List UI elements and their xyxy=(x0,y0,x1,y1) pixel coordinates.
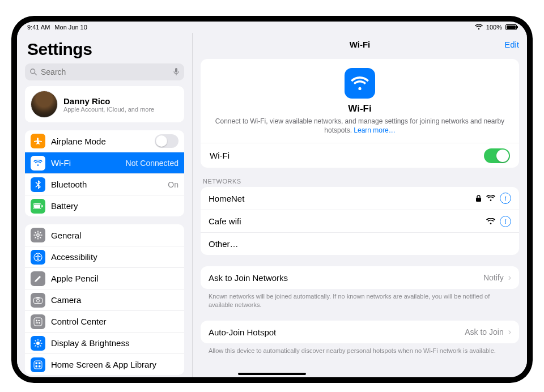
wifi-status-icon xyxy=(475,24,483,30)
svg-rect-5 xyxy=(42,205,43,207)
search-icon xyxy=(29,68,37,76)
network-name: Cafe wifi xyxy=(209,216,241,226)
mic-icon[interactable] xyxy=(173,67,180,76)
ask-join-row[interactable]: Ask to Join Networks Notify › xyxy=(201,266,519,289)
sidebar-item-label: Battery xyxy=(51,201,178,211)
nav-title: Wi-Fi xyxy=(350,40,371,49)
wifi-master-toggle[interactable] xyxy=(484,148,510,163)
info-button[interactable]: i xyxy=(500,193,511,204)
avatar xyxy=(31,91,58,118)
svg-line-26 xyxy=(35,345,36,346)
sidebar-item-accessibility[interactable]: Accessibility xyxy=(25,246,184,267)
profile-row[interactable]: Danny Rico Apple Account, iCloud, and mo… xyxy=(25,86,184,122)
sidebar-item-bluetooth[interactable]: Bluetooth On xyxy=(25,173,184,195)
sidebar-item-value: Not Connected xyxy=(126,159,178,168)
sidebar-item-label: Accessibility xyxy=(51,252,178,262)
accessibility-icon xyxy=(31,250,45,265)
ask-join-label: Ask to Join Networks xyxy=(209,273,288,283)
sidebar-group-connectivity: Airplane Mode Wi-Fi Not Connected xyxy=(25,130,184,216)
network-name: HomeNet xyxy=(209,194,244,203)
wifi-hero-card: Wi-Fi Connect to Wi-Fi, view available n… xyxy=(201,59,519,168)
sidebar-item-general[interactable]: General xyxy=(25,224,184,246)
ask-join-card: Ask to Join Networks Notify › xyxy=(201,266,519,289)
wifi-hero-icon xyxy=(345,68,375,99)
status-bar: 9:41 AM Mon Jun 10 100% xyxy=(17,22,527,33)
bluetooth-icon xyxy=(31,177,45,192)
sidebar-item-label: Display & Brightness xyxy=(51,338,178,348)
sidebar-item-label: Bluetooth xyxy=(51,180,162,189)
home-screen-icon xyxy=(31,357,45,372)
networks-list: HomeNet i Cafe xyxy=(201,187,519,255)
networks-header: Networks xyxy=(203,178,517,185)
svg-point-9 xyxy=(37,254,39,256)
svg-rect-10 xyxy=(34,298,42,304)
pencil-icon xyxy=(31,271,45,286)
auto-hotspot-card: Auto-Join Hotspot Ask to Join › xyxy=(201,321,519,343)
svg-rect-30 xyxy=(36,365,38,368)
hero-title: Wi-Fi xyxy=(210,103,510,114)
sidebar-item-home-screen[interactable]: Home Screen & App Library xyxy=(25,353,184,375)
svg-rect-31 xyxy=(39,365,41,368)
edit-button[interactable]: Edit xyxy=(504,40,519,49)
auto-hotspot-note: Allow this device to automatically disco… xyxy=(201,343,519,355)
search-input[interactable] xyxy=(41,67,169,76)
airplane-toggle[interactable] xyxy=(155,134,178,148)
profile-subtitle: Apple Account, iCloud, and more xyxy=(63,106,154,113)
sidebar-item-label: Apple Pencil xyxy=(51,274,178,283)
svg-point-16 xyxy=(39,322,40,323)
sidebar-item-label: General xyxy=(51,231,178,240)
sidebar-item-value: On xyxy=(168,180,178,189)
search-field[interactable] xyxy=(25,63,184,80)
sidebar-item-camera[interactable]: Camera xyxy=(25,289,184,310)
network-other-row[interactable]: Other… xyxy=(201,232,519,255)
svg-line-23 xyxy=(35,340,36,341)
info-button[interactable]: i xyxy=(500,216,511,227)
svg-point-7 xyxy=(37,234,39,236)
svg-rect-12 xyxy=(36,297,40,299)
gear-icon xyxy=(31,228,45,242)
control-center-icon xyxy=(31,314,45,329)
sidebar-item-pencil[interactable]: Apple Pencil xyxy=(25,267,184,289)
svg-line-24 xyxy=(40,345,41,346)
home-indicator[interactable] xyxy=(238,373,306,375)
content-navbar: Wi-Fi Edit xyxy=(193,33,527,56)
sidebar-item-control-center[interactable]: Control Center xyxy=(25,310,184,332)
svg-rect-6 xyxy=(34,204,40,208)
hero-description: Connect to Wi-Fi, view available network… xyxy=(210,117,510,135)
svg-rect-13 xyxy=(34,318,42,326)
svg-line-1 xyxy=(35,73,37,75)
status-time: 9:41 AM xyxy=(27,24,50,31)
network-row[interactable]: Cafe wifi i xyxy=(201,210,519,232)
sidebar-group-system: General Accessibility Appl xyxy=(25,224,184,375)
chevron-right-icon: › xyxy=(508,272,511,283)
sidebar-item-battery[interactable]: Battery xyxy=(25,195,184,216)
svg-rect-29 xyxy=(39,362,41,364)
auto-hotspot-label: Auto-Join Hotspot xyxy=(209,327,276,337)
sidebar-item-display[interactable]: Display & Brightness xyxy=(25,332,184,353)
sidebar-item-wifi[interactable]: Wi-Fi Not Connected xyxy=(25,152,184,173)
sidebar-item-label: Home Screen & App Library xyxy=(51,360,178,369)
wifi-signal-icon xyxy=(486,195,495,202)
svg-point-18 xyxy=(36,342,40,345)
status-date: Mon Jun 10 xyxy=(54,24,87,31)
ask-join-note: Known networks will be joined automatica… xyxy=(201,289,519,309)
sidebar-item-label: Camera xyxy=(51,295,178,305)
svg-rect-27 xyxy=(34,361,42,369)
svg-point-11 xyxy=(36,299,39,302)
network-row[interactable]: HomeNet i xyxy=(201,187,519,210)
auto-hotspot-value: Ask to Join xyxy=(465,327,503,336)
svg-line-25 xyxy=(40,340,41,341)
wifi-icon xyxy=(31,156,45,171)
learn-more-link[interactable]: Learn more… xyxy=(354,126,395,134)
display-brightness-icon xyxy=(31,336,45,351)
sidebar-item-label: Airplane Mode xyxy=(51,137,149,146)
svg-point-14 xyxy=(36,319,37,321)
auto-hotspot-row[interactable]: Auto-Join Hotspot Ask to Join › xyxy=(201,321,519,343)
airplane-icon xyxy=(31,134,45,148)
wifi-master-toggle-row: Wi-Fi xyxy=(201,143,519,168)
content-pane: Wi-Fi Edit Wi-Fi Connect to Wi-Fi, view … xyxy=(193,33,527,377)
svg-rect-32 xyxy=(476,198,481,202)
svg-rect-2 xyxy=(175,68,177,73)
sidebar-item-label: Wi-Fi xyxy=(51,158,120,168)
sidebar-item-airplane[interactable]: Airplane Mode xyxy=(25,130,184,152)
